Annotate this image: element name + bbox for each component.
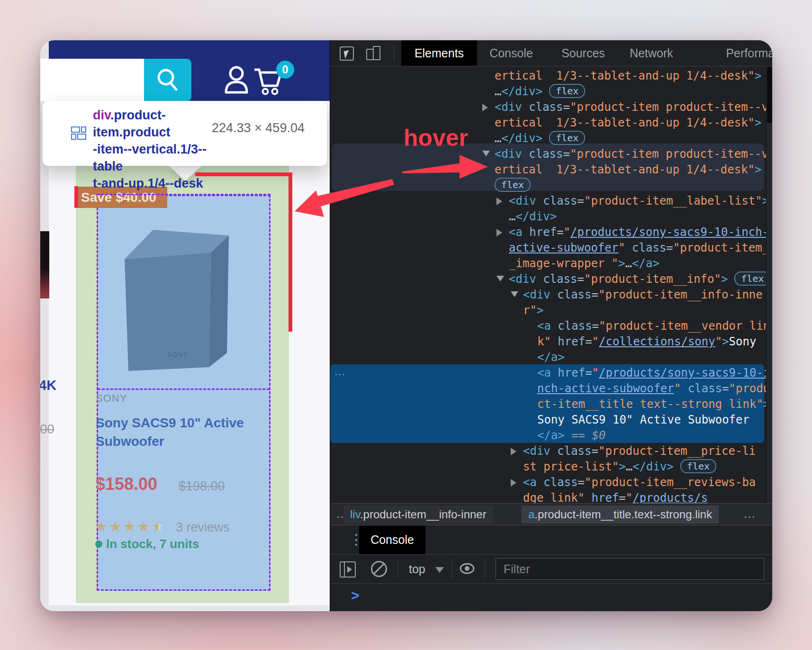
adjacent-product-image — [40, 231, 49, 298]
code-token: "product-item__info" — [584, 272, 721, 286]
search-input[interactable] — [40, 59, 144, 101]
product-title-link[interactable]: Sony SACS9 10" Active Subwoofer — [96, 414, 244, 451]
devtools-tree-row[interactable]: …</div>flex — [495, 131, 585, 146]
code-token: = — [666, 241, 673, 254]
breadcrumb-item-selected[interactable]: a.product-item__title.text--strong.link — [522, 506, 719, 524]
devtools-tree-row[interactable]: …</div> — [509, 209, 557, 224]
expand-closed-icon[interactable] — [482, 104, 488, 111]
tab-performance[interactable]: Performance — [701, 40, 772, 66]
breadcrumb-item[interactable]: liv.product-item__info-inner — [343, 506, 493, 524]
code-token: href — [558, 366, 585, 379]
devtools-tree-row[interactable]: ertical 1/3--tablet-and-up 1/4--desk"> — [495, 68, 762, 83]
tree-scrollbar[interactable] — [766, 66, 772, 503]
expand-closed-icon[interactable] — [496, 229, 502, 236]
code-token: /products/sony-sacs9-10-i — [599, 366, 770, 379]
devtools-tree-row[interactable]: <a href="/products/sony-sacs9-10-inch- — [509, 225, 769, 240]
devtools-tree-row[interactable]: dge link" href="/products/s — [523, 490, 708, 503]
product-image-subwoofer[interactable]: SONY — [111, 211, 235, 374]
devtools-tree-row[interactable]: r"> — [523, 303, 543, 318]
flex-badge[interactable]: flex — [734, 271, 770, 286]
devtools-tree-row[interactable]: <a class="product-item__reviews-ba — [523, 475, 756, 490]
expand-closed-icon[interactable] — [511, 448, 516, 455]
devtools-tree-row[interactable]: nch-active-subwoofer" class="produ — [537, 381, 770, 396]
code-token: r" — [523, 304, 537, 317]
code-token: class — [688, 382, 722, 395]
devtools-tree-row[interactable]: _image-wrapper ">…</a> — [509, 256, 659, 271]
eye-icon[interactable] — [459, 561, 475, 576]
code-token: = — [592, 288, 598, 301]
star-rating[interactable]: ★★★★★★ — [95, 518, 165, 535]
clear-console-icon[interactable] — [371, 561, 387, 577]
account-icon[interactable] — [223, 65, 250, 94]
inspect-element-icon[interactable] — [340, 46, 354, 61]
code-token — [522, 147, 529, 161]
product-vendor[interactable]: SONY — [96, 392, 127, 405]
code-token: = — [585, 335, 592, 348]
devtools-tree-row[interactable]: k" href="/collections/sony">Sony — [537, 334, 756, 349]
tree-scrollbar-thumb[interactable] — [767, 66, 772, 123]
code-token: > — [755, 69, 761, 82]
code-token — [550, 288, 557, 301]
breadcrumb-classes: .product-item__title.text--strong.link — [534, 508, 712, 521]
code-token: = — [563, 100, 570, 114]
expand-closed-icon[interactable] — [496, 198, 502, 205]
console-sidebar-toggle-icon[interactable] — [340, 561, 356, 578]
code-token: <div — [509, 194, 536, 208]
devtools-tree-row[interactable]: </a> — [537, 350, 565, 365]
code-token: $0 — [592, 429, 606, 442]
devtools-tree-row[interactable]: <a class="product-item__vendor lin — [537, 318, 770, 334]
tab-sources[interactable]: Sources — [555, 40, 612, 66]
code-token: "product-item__price-li — [598, 444, 756, 458]
expand-open-icon[interactable] — [496, 276, 504, 281]
code-token — [551, 319, 558, 333]
flex-badge[interactable]: flex — [549, 84, 585, 98]
devtools-tree-row[interactable]: ertical 1/3--tablet-and-up 1/4--desk"> — [495, 115, 762, 130]
code-token: ertical 1/3--tablet-and-up 1/4--desk" — [495, 163, 755, 176]
console-context-selector[interactable]: top — [409, 562, 425, 576]
devtools-tree-row[interactable]: <div class="product-item__info-inne — [523, 287, 763, 302]
devtools-tree-row[interactable]: <div class="product-item__price-li — [523, 443, 756, 459]
code-token: <div — [495, 100, 522, 114]
devtools-tree-row[interactable]: <div class="product-item product-item--v — [495, 99, 768, 115]
code-token: <a — [537, 319, 551, 333]
product-title-line2: Subwoofer — [96, 434, 164, 449]
expand-open-icon[interactable] — [482, 151, 490, 156]
tab-console-drawer[interactable]: Console — [359, 525, 425, 554]
tab-network[interactable]: Network — [623, 40, 680, 66]
product-image-brand-label: SONY — [167, 351, 189, 358]
code-token: = — [592, 319, 599, 333]
code-token — [550, 444, 557, 458]
console-prompt-chevron[interactable]: > — [351, 587, 360, 604]
devtools-tree-row[interactable]: st price-list">…</div>flex — [523, 459, 716, 474]
devtools-tree-row[interactable]: flex — [495, 178, 531, 193]
code-token: /collections/sony — [599, 335, 715, 348]
expand-open-icon[interactable] — [511, 291, 518, 297]
devtools-tree-row[interactable]: Sony SACS9 10" Active Subwoofer — [537, 412, 749, 427]
code-token — [551, 335, 558, 348]
cart-count-badge: 0 — [276, 61, 294, 79]
tab-elements[interactable]: Elements — [401, 40, 477, 66]
flex-badge[interactable]: flex — [549, 131, 585, 145]
devtools-tree-row[interactable]: <div class="product-item__info">flex — [509, 271, 771, 287]
devtools-tree-row[interactable]: ct-item__title text--strong link"> — [537, 397, 770, 412]
devtools-tree-row[interactable]: active-subwoofer" class="product-item_ — [509, 240, 769, 255]
flex-badge[interactable]: flex — [680, 459, 716, 473]
devtools-tree-row[interactable]: </a> == $0 — [537, 428, 606, 443]
devtools-tree-row[interactable]: ertical 1/3--tablet-and-up 1/4--desk"> — [495, 162, 762, 177]
tab-console[interactable]: Console — [483, 40, 540, 66]
code-token: " — [618, 241, 625, 254]
devtools-tree-row[interactable]: <div class="product-item__label-list"> — [509, 193, 769, 208]
devtools-tree-row[interactable]: <a href="/products/sony-sacs9-10-i — [537, 365, 770, 380]
search-button[interactable] — [144, 59, 191, 101]
devtools-tree-row[interactable]: …</div>flex — [495, 84, 585, 99]
breadcrumb-right-more[interactable]: … — [743, 506, 757, 524]
review-count[interactable]: 3 reviews — [176, 520, 230, 535]
code-token — [551, 366, 558, 379]
device-toolbar-icon[interactable] — [366, 46, 380, 60]
flex-badge[interactable]: flex — [495, 178, 531, 192]
adjacent-product-price-fragment: .00 — [40, 422, 54, 437]
code-token: … — [626, 460, 632, 473]
console-filter-input[interactable]: Filter — [496, 558, 764, 580]
expand-closed-icon[interactable] — [511, 479, 516, 487]
devtools-tree-row[interactable]: <div class="product-item product-item--v — [495, 146, 768, 162]
